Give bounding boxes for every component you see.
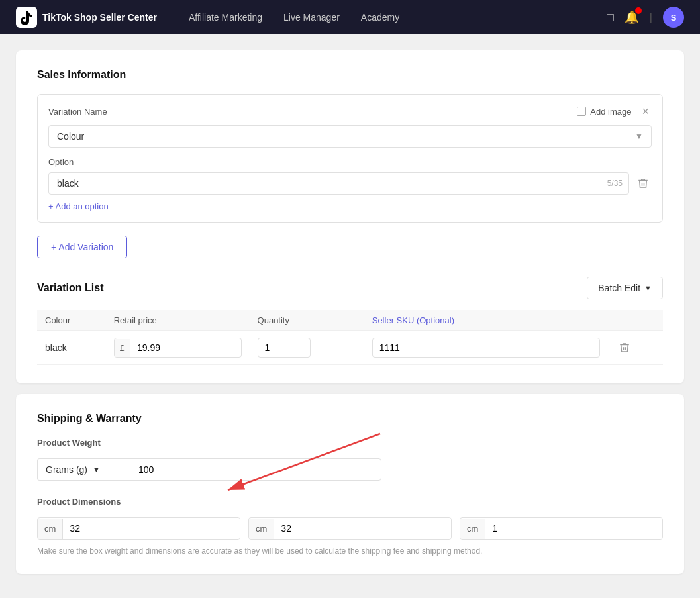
dimensions-row: cm cm cm — [37, 517, 663, 540]
nav-academy[interactable]: Academy — [361, 9, 399, 25]
weight-unit-value: Grams (g) — [46, 464, 87, 475]
dim3-input[interactable] — [485, 518, 662, 539]
dim1-unit: cm — [38, 519, 63, 539]
user-avatar[interactable]: S — [663, 7, 684, 28]
variation-name-value: Colour — [57, 131, 84, 142]
brand-text: TikTok Shop Seller Center — [42, 12, 157, 23]
cell-price: £ — [106, 331, 250, 365]
option-input[interactable] — [48, 172, 629, 195]
notification-badge — [635, 7, 642, 14]
tiktok-logo — [16, 7, 37, 28]
navbar: TikTok Shop Seller Center Affiliate Mark… — [0, 0, 700, 34]
dimension-1-wrap: cm — [37, 517, 240, 540]
add-image-checkbox[interactable] — [577, 107, 586, 116]
batch-edit-label: Batch Edit — [598, 283, 640, 293]
sales-info-title: Sales Information — [37, 69, 663, 81]
cell-sku — [364, 331, 608, 365]
weight-unit-chevron-icon: ▼ — [93, 466, 100, 473]
nav-right: □ 🔔 | S — [607, 7, 684, 28]
nav-links: Affiliate Marketing Live Manager Academy — [189, 9, 399, 25]
option-row: 5/35 — [48, 172, 652, 195]
dim1-input[interactable] — [63, 518, 240, 539]
col-seller-sku: Seller SKU (Optional) — [364, 310, 608, 331]
dim2-input[interactable] — [274, 518, 451, 539]
cell-colour: black — [37, 331, 106, 365]
variation-name-label: Variation Name — [48, 107, 107, 117]
add-variation-button[interactable]: + Add Variation — [37, 236, 127, 258]
sales-information-card: Sales Information Variation Name Add ima… — [16, 50, 684, 383]
variation-list-title: Variation List — [37, 282, 103, 294]
brand: TikTok Shop Seller Center — [16, 7, 157, 28]
col-quantity: Quantity — [250, 310, 364, 331]
col-seller-sku-label: Seller SKU (Optional) — [372, 315, 454, 325]
nav-live-manager[interactable]: Live Manager — [283, 9, 340, 25]
col-colour: Colour — [37, 310, 106, 331]
quantity-input[interactable] — [258, 338, 311, 358]
currency-symbol: £ — [115, 339, 130, 357]
add-image-label: Add image — [590, 107, 631, 117]
product-dimensions-label: Product Dimensions — [37, 497, 663, 507]
shipping-card: Shipping & Warranty Product Weight Grams… — [16, 394, 684, 574]
variation-close-button[interactable]: × — [639, 105, 652, 117]
add-image-area: Add image — [577, 107, 631, 117]
sku-input[interactable] — [372, 338, 600, 358]
row-delete-button[interactable] — [616, 339, 633, 356]
dimension-2-wrap: cm — [248, 517, 452, 540]
batch-edit-button[interactable]: Batch Edit ▼ — [587, 277, 663, 299]
cell-delete — [608, 331, 663, 365]
table-row: black £ — [37, 331, 663, 365]
row-colour-value: black — [45, 342, 67, 353]
add-option-button[interactable]: + Add an option — [48, 201, 109, 211]
add-option-label: + Add an option — [48, 201, 109, 211]
chevron-down-icon: ▼ — [635, 132, 643, 141]
weight-unit-select[interactable]: Grams (g) ▼ — [37, 458, 130, 481]
option-label: Option — [48, 157, 652, 167]
notification-icon[interactable]: 🔔 — [625, 10, 639, 25]
variation-name-select[interactable]: Colour ▼ — [48, 125, 652, 148]
variation-name-header: Variation Name Add image × — [48, 105, 652, 117]
option-input-wrap: 5/35 — [48, 172, 629, 195]
dimensions-helper-text: Make sure the box weight and dimensions … — [37, 546, 663, 556]
add-variation-label: + Add Variation — [51, 242, 113, 252]
col-retail-price: Retail price — [106, 310, 250, 331]
product-weight-label: Product Weight — [37, 438, 663, 448]
nav-affiliate-marketing[interactable]: Affiliate Marketing — [189, 9, 262, 25]
price-input-wrap: £ — [114, 338, 242, 358]
weight-input[interactable] — [130, 458, 381, 481]
char-count: 5/35 — [607, 179, 623, 188]
nav-divider: | — [650, 11, 652, 23]
price-input[interactable] — [130, 338, 183, 357]
product-weight-row: Grams (g) ▼ — [37, 458, 663, 481]
col-actions — [608, 310, 663, 331]
variation-name-box: Variation Name Add image × Colour ▼ Opti… — [37, 94, 663, 223]
variation-list-header: Variation List Batch Edit ▼ — [37, 277, 663, 299]
dim3-unit: cm — [460, 519, 485, 539]
chat-icon[interactable]: □ — [607, 11, 614, 25]
batch-edit-chevron-icon: ▼ — [644, 284, 652, 292]
variation-table: Colour Retail price Quantity Seller SKU … — [37, 310, 663, 365]
shipping-title: Shipping & Warranty — [37, 413, 663, 424]
option-delete-button[interactable] — [634, 175, 652, 192]
cell-quantity — [250, 331, 364, 365]
dim2-unit: cm — [249, 519, 274, 539]
dimension-3-wrap: cm — [460, 517, 663, 540]
